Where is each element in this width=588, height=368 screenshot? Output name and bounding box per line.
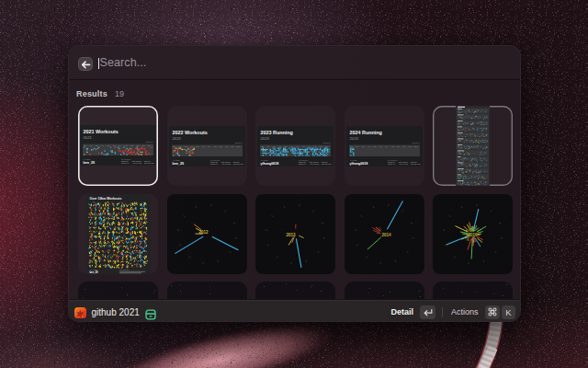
svg-text:Aug: Aug xyxy=(390,144,393,146)
svg-text:Dec: Dec xyxy=(325,145,328,146)
svg-text:ATHLETE: ATHLETE xyxy=(84,158,92,160)
svg-text:Jun: Jun xyxy=(113,144,116,145)
svg-text:May: May xyxy=(285,145,288,146)
svg-text:Mar: Mar xyxy=(96,144,98,145)
svg-text:STATISTICS: STATISTICS xyxy=(119,269,130,270)
svg-text:ATHLETE: ATHLETE xyxy=(172,159,180,161)
svg-text:Mar: Mar xyxy=(184,145,187,146)
svg-text:Avg: 14.6 km: Avg: 14.6 km xyxy=(310,163,319,165)
svg-text:Avg: 14.6 km: Avg: 14.6 km xyxy=(399,163,408,165)
svg-text:ben_29: ben_29 xyxy=(172,161,183,165)
svg-text:May: May xyxy=(107,144,110,145)
svg-text:Weeks: 41: Weeks: 41 xyxy=(210,163,218,165)
svg-text:Dec: Dec xyxy=(237,145,240,146)
svg-text:Nov: Nov xyxy=(231,145,233,146)
svg-text:Aug: Aug xyxy=(125,144,128,145)
svg-text:Weeks: 41: Weeks: 41 xyxy=(121,162,129,164)
svg-text:452 km/yr: 452 km/yr xyxy=(234,141,243,143)
svg-text:Sep: Sep xyxy=(397,145,400,146)
svg-text:Max: 21.1 KM: Max: 21.1 KM xyxy=(322,163,332,165)
svg-text:Jan: Jan xyxy=(173,145,175,146)
svg-text:Sep: Sep xyxy=(308,145,311,146)
svg-text:ATHLETE: ATHLETE xyxy=(349,159,357,161)
svg-text:Jan: Jan xyxy=(261,145,264,146)
svg-text:Max: 21.1 KM: Max: 21.1 KM xyxy=(411,163,421,165)
svg-text:Max: 21.1 KM: Max: 21.1 KM xyxy=(144,162,154,164)
svg-text:Jun: Jun xyxy=(379,145,382,146)
svg-text:ben_29: ben_29 xyxy=(89,270,97,274)
svg-text:2013: 2013 xyxy=(286,233,296,237)
svg-text:452 km/yr: 452 km/yr xyxy=(412,141,420,143)
svg-text:ATHLETE: ATHLETE xyxy=(89,269,97,270)
svg-text:Avg: 14.6 km: Avg: 14.6 km xyxy=(221,163,231,165)
svg-text:2014: 2014 xyxy=(381,233,391,237)
svg-text:Aug: Aug xyxy=(213,144,216,146)
svg-text:2016: 2016 xyxy=(468,233,478,237)
svg-text:Feb: Feb xyxy=(267,145,270,146)
svg-text:Over 10km Workouts: Over 10km Workouts xyxy=(89,197,121,201)
svg-text:Jan: Jan xyxy=(350,145,353,146)
svg-text:Weeks: 41: Weeks: 41 xyxy=(388,163,395,165)
svg-text:Jun: Jun xyxy=(202,145,205,146)
svg-text:Dec: Dec xyxy=(148,144,151,145)
svg-text:Nov: Nov xyxy=(408,145,411,146)
svg-text:452 km/yr: 452 km/yr xyxy=(322,141,331,143)
svg-text:2022: 2022 xyxy=(172,135,181,140)
svg-text:Sep: Sep xyxy=(130,144,133,145)
svg-text:Mar: Mar xyxy=(361,145,364,146)
svg-text:ben_29: ben_29 xyxy=(84,160,95,164)
svg-text:Max: 21.1 KM: Max: 21.1 KM xyxy=(233,163,243,165)
svg-text:Nov: Nov xyxy=(320,145,322,146)
svg-text:2012: 2012 xyxy=(198,230,209,235)
svg-text:yihong0618: yihong0618 xyxy=(349,161,368,165)
svg-text:May: May xyxy=(373,145,376,146)
svg-text:Sep: Sep xyxy=(220,145,222,146)
svg-text:2023: 2023 xyxy=(261,135,270,140)
svg-text:Feb: Feb xyxy=(178,145,181,146)
svg-text:2024 Running: 2024 Running xyxy=(349,130,381,135)
svg-text:Jun: Jun xyxy=(290,145,293,146)
svg-text:2023 Running: 2023 Running xyxy=(261,130,293,135)
svg-text:Dec: Dec xyxy=(414,145,417,146)
svg-text:Mar: Mar xyxy=(273,145,276,146)
svg-text:Feb: Feb xyxy=(356,145,358,146)
svg-text:2021 Workouts: 2021 Workouts xyxy=(84,129,119,134)
svg-text:2024: 2024 xyxy=(349,135,358,140)
svg-text:Aug: Aug xyxy=(302,144,305,146)
svg-text:Jan: Jan xyxy=(84,144,86,145)
svg-text:Weeks: 41: Weeks: 41 xyxy=(299,163,306,165)
svg-text:452 km/yr: 452 km/yr xyxy=(145,140,153,142)
svg-text:yihong0618: yihong0618 xyxy=(261,161,279,165)
svg-text:May: May xyxy=(196,145,198,146)
svg-text:Nov: Nov xyxy=(142,144,145,145)
svg-text:Feb: Feb xyxy=(90,144,93,145)
svg-text:Avg: 14.6 km: Avg: 14.6 km xyxy=(132,162,141,164)
svg-text:2022 Workouts: 2022 Workouts xyxy=(172,130,207,135)
svg-text:2021: 2021 xyxy=(84,134,93,139)
svg-text:ATHLETE: ATHLETE xyxy=(261,159,269,161)
